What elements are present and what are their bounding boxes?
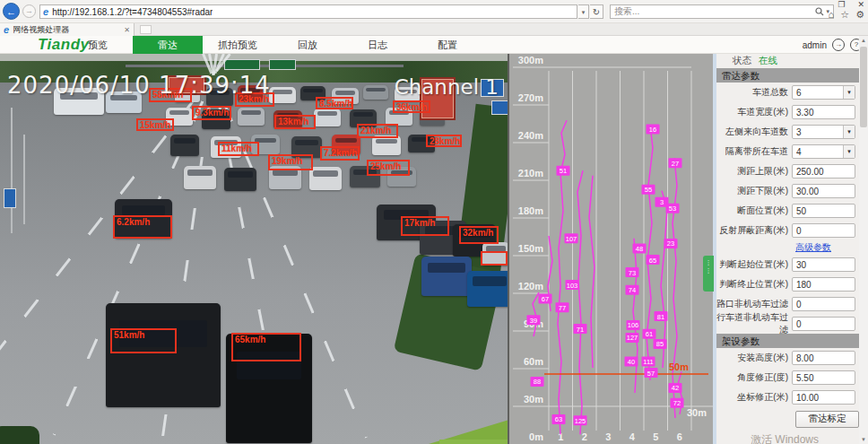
nav-tab-预览[interactable]: 预览 bbox=[63, 36, 133, 54]
radar-calibrate-button[interactable]: 雷达标定 bbox=[795, 411, 859, 428]
user-name: admin bbox=[803, 40, 827, 50]
field-value: 0 bbox=[793, 226, 855, 236]
panel-collapse-handle[interactable]: ⋮⋮ bbox=[703, 256, 714, 292]
favorites-star-icon[interactable]: ☆ bbox=[840, 7, 849, 22]
speed-label: 6.2km/h bbox=[117, 217, 150, 227]
vehicle-windshield bbox=[335, 138, 357, 144]
nav-tab-抓拍预览[interactable]: 抓拍预览 bbox=[203, 36, 273, 54]
vehicle bbox=[467, 271, 508, 307]
field-label: 安装高度(米) bbox=[716, 352, 792, 364]
tab-close-icon[interactable]: ✕ bbox=[124, 26, 130, 34]
scroll-down-icon[interactable]: ▼ bbox=[859, 435, 868, 444]
field-input[interactable]: 3.30 bbox=[792, 105, 855, 119]
url-text: http://192.168.1.2/?t=4734804553#radar bbox=[52, 7, 213, 17]
field-label: 左侧来向车道数 bbox=[716, 126, 792, 138]
speed-label: 32km/h bbox=[463, 228, 493, 238]
detection-box: 21km/h bbox=[357, 124, 398, 138]
forward-button[interactable]: → bbox=[22, 4, 36, 18]
field-select[interactable]: 6▾ bbox=[792, 85, 855, 100]
field-label: 车道总数 bbox=[716, 86, 792, 99]
field-input[interactable]: 30 bbox=[792, 257, 855, 272]
field-input[interactable]: 50 bbox=[792, 204, 855, 218]
speed-label: 13km/h bbox=[278, 117, 308, 126]
browser-tab[interactable]: e 网络视频处理器 ✕ bbox=[0, 23, 135, 36]
advanced-params-link[interactable]: 高级参数 bbox=[795, 241, 831, 254]
nav-tab-回放[interactable]: 回放 bbox=[273, 36, 343, 54]
chevron-down-icon[interactable]: ▾ bbox=[843, 145, 855, 158]
field-value: 0 bbox=[793, 300, 855, 309]
vehicle-windshield bbox=[366, 88, 385, 91]
speed-label: 9.3km/h bbox=[195, 108, 229, 118]
new-tab-button[interactable] bbox=[140, 25, 152, 34]
radar-panel[interactable]: 300m270m240m210m180m150m120m90m60m30m0m1… bbox=[508, 54, 713, 444]
svg-text:6: 6 bbox=[677, 431, 682, 442]
svg-text:42: 42 bbox=[672, 384, 679, 392]
svg-text:30m: 30m bbox=[687, 407, 707, 418]
video-panel[interactable]: 58km/h9.3km/h23km/h13km/h8.5km/h21km/h11… bbox=[0, 54, 508, 444]
svg-text:85: 85 bbox=[656, 340, 664, 348]
svg-text:63: 63 bbox=[555, 415, 562, 423]
chevron-down-icon[interactable]: ▾ bbox=[843, 86, 855, 99]
svg-text:65: 65 bbox=[649, 257, 656, 265]
field-value: 50 bbox=[793, 206, 855, 216]
svg-text:39: 39 bbox=[530, 317, 537, 325]
search-input[interactable]: 搜索... ▾ bbox=[610, 4, 834, 19]
detection-box: 17km/h bbox=[401, 216, 449, 236]
field-value: 180 bbox=[793, 280, 855, 290]
speed-label: 36km/h bbox=[396, 102, 427, 112]
field-select[interactable]: 3▾ bbox=[792, 125, 855, 139]
scrollbar-thumb[interactable] bbox=[860, 47, 867, 127]
field-label: 角度修正(度) bbox=[716, 371, 792, 384]
address-bar[interactable]: e http://192.168.1.2/?t=4734804553#radar bbox=[39, 4, 577, 19]
svg-text:103: 103 bbox=[567, 282, 578, 290]
field-input[interactable]: 0 bbox=[792, 297, 855, 311]
field-input[interactable]: 10.00 bbox=[792, 390, 855, 405]
field-label: 坐标修正(米) bbox=[716, 391, 792, 404]
status-value: 在线 bbox=[759, 55, 777, 67]
form-row: 判断终止位置(米)180 bbox=[716, 274, 859, 294]
settings-gear-icon[interactable]: ⚙ bbox=[855, 7, 864, 22]
field-input[interactable]: 0 bbox=[792, 317, 855, 331]
settings-panel: 状态 在线 雷达参数车道总数6▾车道宽度(米)3.30左侧来向车道数3▾隔离带所… bbox=[713, 54, 859, 444]
svg-text:27: 27 bbox=[672, 160, 679, 168]
url-dropdown-icon[interactable]: ▾ bbox=[578, 4, 589, 19]
form-row: 安装高度(米)8.00 bbox=[716, 348, 859, 368]
vehicle-windshield bbox=[473, 276, 507, 285]
svg-text:2: 2 bbox=[582, 431, 587, 442]
chevron-down-icon[interactable]: ▾ bbox=[843, 126, 855, 138]
nav-tab-日志[interactable]: 日志 bbox=[343, 36, 412, 54]
detection-box: 11km/h bbox=[218, 142, 259, 156]
vehicle-windshield bbox=[187, 170, 212, 176]
field-input[interactable]: 8.00 bbox=[792, 351, 855, 365]
field-input[interactable]: 250.00 bbox=[792, 164, 855, 178]
vehicle-windshield bbox=[317, 111, 338, 116]
svg-text:74: 74 bbox=[629, 286, 636, 294]
vehicle-windshield bbox=[273, 170, 297, 176]
nav-tab-配置[interactable]: 配置 bbox=[412, 36, 482, 54]
form-row: 断面位置(米)50 bbox=[716, 201, 859, 221]
nav-tab-雷达[interactable]: 雷达 bbox=[133, 36, 203, 54]
detection-box: 32km/h bbox=[459, 226, 499, 244]
svg-text:3: 3 bbox=[605, 431, 611, 442]
field-input[interactable]: 30.00 bbox=[792, 184, 855, 198]
light-pole bbox=[23, 135, 25, 224]
back-button[interactable]: ← bbox=[3, 3, 20, 20]
field-input[interactable]: 180 bbox=[792, 277, 855, 292]
field-input[interactable]: 0 bbox=[792, 223, 855, 238]
detection-box bbox=[481, 251, 508, 266]
refresh-button[interactable]: ↻ bbox=[590, 4, 603, 19]
svg-text:61: 61 bbox=[646, 330, 653, 338]
vehicle-windshield bbox=[273, 90, 293, 94]
field-input[interactable]: 5.50 bbox=[792, 370, 855, 385]
home-icon[interactable]: ⌂ bbox=[829, 7, 835, 22]
speed-label: 11km/h bbox=[221, 144, 252, 153]
svg-text:270m: 270m bbox=[518, 92, 543, 103]
field-label: 测距下限(米) bbox=[716, 185, 792, 197]
field-select[interactable]: 4▾ bbox=[792, 144, 855, 159]
logout-icon[interactable]: → bbox=[832, 39, 845, 51]
detection-box: 13km/h bbox=[274, 115, 316, 129]
field-label: 车道宽度(米) bbox=[716, 106, 792, 118]
page-scrollbar[interactable]: ▲ ▼ bbox=[859, 36, 868, 444]
scroll-up-icon[interactable]: ▲ bbox=[859, 36, 868, 45]
svg-text:23: 23 bbox=[667, 239, 674, 248]
